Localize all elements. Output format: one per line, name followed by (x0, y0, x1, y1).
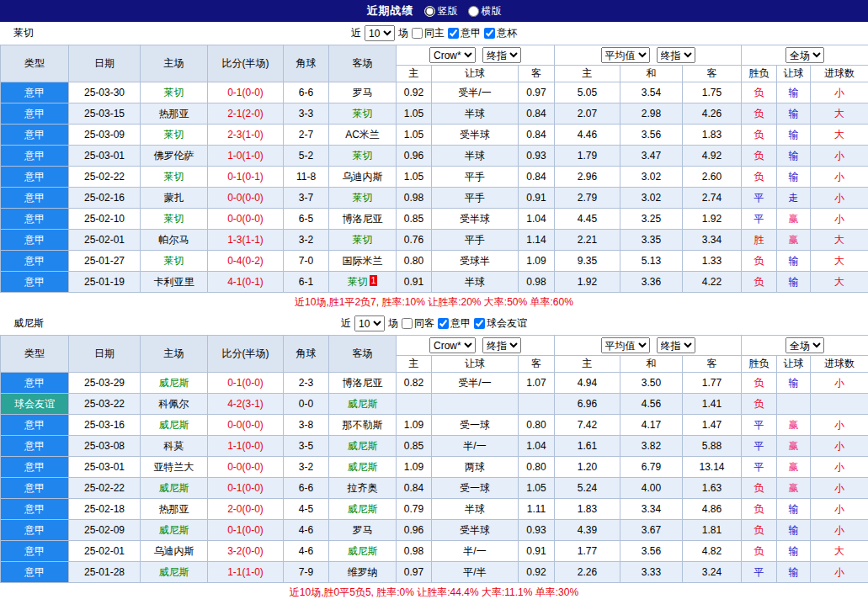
date-cell: 25-02-10 (69, 209, 141, 230)
away-team-cell[interactable]: 那不勒斯 (329, 415, 397, 436)
eu-home-odds-cell: 1.79 (555, 146, 620, 167)
goals-cell: 大 (811, 251, 868, 272)
ah-result-cell: 输 (777, 562, 811, 583)
home-team-cell[interactable]: 威尼斯 (141, 373, 208, 394)
same-away-checkbox[interactable] (402, 318, 413, 329)
home-team-cell[interactable]: 莱切 (141, 82, 208, 103)
away-team-cell[interactable]: 莱切 (329, 103, 397, 125)
serie-a-checkbox-option[interactable]: 意甲 (438, 316, 471, 331)
ah-line-cell: 半球 (432, 146, 519, 167)
summary-1: 近10场,胜0平5负5, 胜率:0% 让胜率:44.4% 大率:11.1% 单率… (0, 583, 868, 602)
away-team-cell[interactable]: 维罗纳 (329, 562, 397, 583)
home-team-cell[interactable]: 威尼斯 (141, 520, 208, 541)
home-team-cell[interactable]: 热那亚 (141, 499, 208, 520)
odds-company-select[interactable]: Crow* (429, 47, 476, 63)
ah-away-odds-cell: 0.92 (519, 562, 555, 583)
euro-average-select[interactable]: 平均值 (601, 337, 650, 353)
club-friendly-checkbox-option[interactable]: 球会友谊 (474, 316, 527, 331)
serie-a-checkbox[interactable] (448, 28, 459, 39)
club-friendly-checkbox[interactable] (474, 318, 485, 329)
serie-a-checkbox[interactable] (438, 318, 449, 329)
result-cell: 负 (742, 146, 777, 167)
home-team-cell[interactable]: 卡利亚里 (141, 272, 208, 293)
home-team-cell[interactable]: 帕尔马 (141, 230, 208, 251)
eu-home-odds-cell: 5.24 (555, 478, 620, 499)
result-cell: 平 (742, 209, 777, 230)
league-cell: 意甲 (1, 103, 69, 125)
home-team-cell[interactable]: 威尼斯 (141, 562, 208, 583)
home-team-cell[interactable]: 佛罗伦萨 (141, 146, 208, 167)
home-team-cell[interactable]: 莱切 (141, 125, 208, 146)
away-team-cell[interactable]: 博洛尼亚 (329, 209, 397, 230)
eu-away-header: 客 (683, 356, 742, 373)
home-team-cell[interactable]: 科佩尔 (141, 394, 208, 415)
away-header: 客场 (329, 45, 397, 82)
away-team-cell[interactable]: 莱切1 (329, 272, 397, 293)
same-home-checkbox-option[interactable]: 同主 (412, 26, 445, 40)
score-cell: 2-0(0-0) (208, 499, 284, 520)
same-away-checkbox-option[interactable]: 同客 (402, 316, 434, 331)
result-cell: 平 (742, 415, 777, 436)
away-team-cell[interactable]: AC米兰 (329, 125, 397, 146)
home-team-cell[interactable]: 热那亚 (141, 103, 208, 125)
ah-line-cell: 受半球 (432, 520, 519, 541)
away-team-cell[interactable]: 罗马 (329, 82, 397, 103)
eu-home-odds-cell: 6.96 (555, 394, 620, 415)
full-match-select[interactable]: 全场 (785, 337, 824, 353)
ah-away-odds-cell: 1.05 (519, 478, 555, 499)
vertical-radio[interactable] (424, 6, 435, 17)
euro-final-index-select[interactable]: 终指 (657, 47, 695, 63)
away-team-cell[interactable]: 乌迪内斯 (329, 167, 397, 188)
away-team-cell[interactable]: 莱切 (329, 146, 397, 167)
match-count-select[interactable]: 10 (354, 315, 385, 331)
games-label: 场 (388, 316, 398, 331)
euro-average-select[interactable]: 平均值 (601, 47, 650, 63)
away-team-cell[interactable]: 威尼斯 (329, 436, 397, 457)
away-team-cell[interactable]: 拉齐奥 (329, 478, 397, 499)
same-home-checkbox[interactable] (412, 28, 423, 39)
eu-home-odds-cell: 9.35 (555, 251, 620, 272)
ah-away-odds-cell: 1.04 (519, 209, 555, 230)
home-team-cell[interactable]: 威尼斯 (141, 478, 208, 499)
results-tbody-0: 意甲25-03-30莱切0-1(0-0)6-6罗马0.92受半/一0.975.0… (1, 82, 868, 293)
home-team-cell[interactable]: 威尼斯 (141, 415, 208, 436)
ah-away-odds-cell: 1.14 (519, 230, 555, 251)
away-team-cell[interactable]: 威尼斯 (329, 541, 397, 562)
euro-final-index-select[interactable]: 终指 (657, 337, 695, 353)
horizontal-radio[interactable] (468, 6, 479, 17)
away-team-cell[interactable]: 莱切 (329, 188, 397, 209)
match-count-select[interactable]: 10 (365, 25, 395, 41)
home-team-cell[interactable]: 亚特兰大 (141, 457, 208, 478)
asian-final-index-select[interactable]: 终指 (482, 337, 521, 353)
away-team-cell[interactable]: 威尼斯 (329, 457, 397, 478)
away-team-cell[interactable]: 罗马 (329, 520, 397, 541)
coppa-italia-checkbox-option[interactable]: 意杯 (484, 26, 517, 40)
home-team-cell[interactable]: 科莫 (141, 436, 208, 457)
result-cell: 负 (742, 520, 777, 541)
away-team-cell[interactable]: 博洛尼亚 (329, 373, 397, 394)
home-team-cell[interactable]: 莱切 (141, 251, 208, 272)
full-match-select[interactable]: 全场 (785, 47, 824, 63)
ah-line-cell: 平手 (432, 230, 519, 251)
home-team-cell[interactable]: 莱切 (141, 209, 208, 230)
home-team-cell[interactable]: 莱切 (141, 167, 208, 188)
layout-option-vertical[interactable]: 竖版 (424, 4, 458, 19)
goals-cell: 小 (811, 415, 868, 436)
score-cell: 0-0(0-0) (208, 415, 284, 436)
home-team-cell[interactable]: 蒙扎 (141, 188, 208, 209)
corner-cell: 0-0 (284, 394, 329, 415)
ah-home-odds-cell: 0.97 (397, 562, 432, 583)
serie-a-checkbox-option[interactable]: 意甲 (448, 26, 481, 40)
home-team-cell[interactable]: 乌迪内斯 (141, 541, 208, 562)
away-team-cell[interactable]: 威尼斯 (329, 499, 397, 520)
coppa-italia-checkbox[interactable] (484, 28, 495, 39)
same-home-label: 同主 (424, 26, 445, 40)
score-cell: 1-0(1-0) (208, 146, 284, 167)
away-team-cell[interactable]: 国际米兰 (329, 251, 397, 272)
corner-cell: 3-5 (284, 436, 329, 457)
odds-company-select[interactable]: Crow* (429, 337, 476, 353)
layout-option-horizontal[interactable]: 横版 (468, 4, 502, 19)
away-team-cell[interactable]: 威尼斯 (329, 394, 397, 415)
asian-final-index-select[interactable]: 终指 (482, 47, 521, 63)
away-team-cell[interactable]: 莱切 (329, 230, 397, 251)
